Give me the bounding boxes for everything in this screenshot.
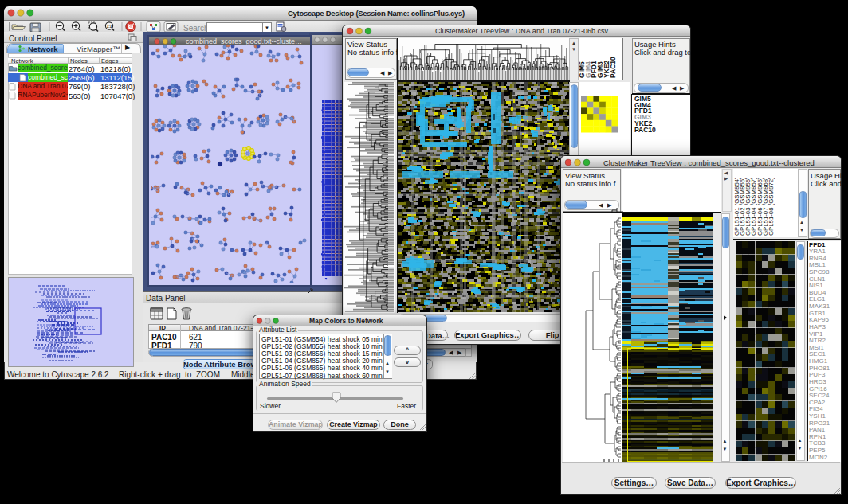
svg-text:PAC10: PAC10 [609,57,617,78]
svg-text:1:1: 1:1 [107,25,112,29]
svg-text:GPL51-08 (GSM872): GPL51-08 (GSM872) [768,177,775,236]
